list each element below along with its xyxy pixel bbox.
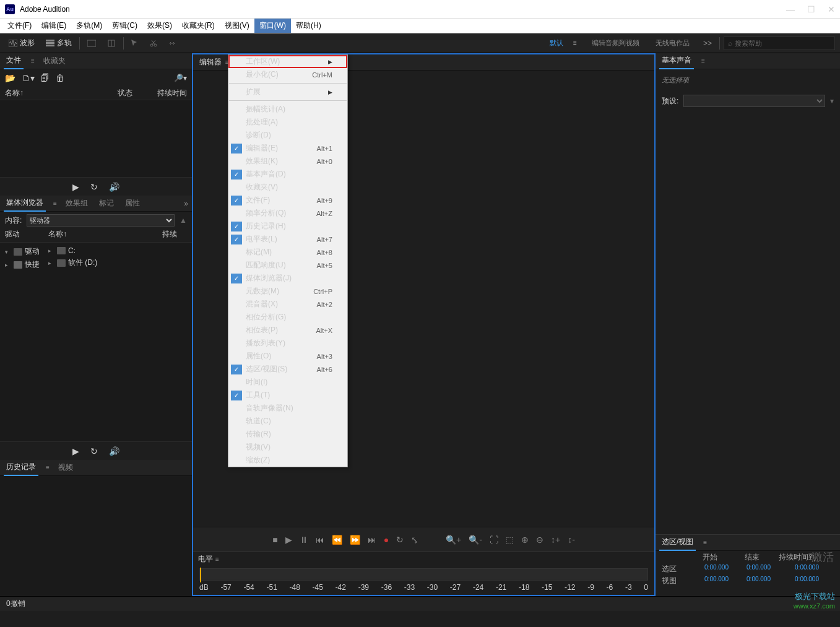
- menu-item-电平表(L)[interactable]: ✓电平表(L)Alt+7: [228, 233, 347, 246]
- content-select[interactable]: 驱动器: [27, 214, 175, 227]
- new-file-icon[interactable]: 🗋▾: [22, 73, 35, 83]
- go-start-button[interactable]: ⏮: [316, 535, 324, 545]
- menu-文件(F)[interactable]: 文件(F): [2, 19, 37, 33]
- overflow-icon[interactable]: »: [184, 199, 188, 208]
- maximize-button[interactable]: ☐: [807, 4, 815, 14]
- menu-item-标记(M)[interactable]: 标记(M)Alt+8: [228, 246, 347, 259]
- menu-item-批处理(A)[interactable]: 批处理(A): [228, 116, 347, 129]
- menu-item-历史记录(H)[interactable]: ✓历史记录(H): [228, 220, 347, 233]
- menu-item-工具(T)[interactable]: ✓工具(T): [228, 389, 347, 402]
- rewind-button[interactable]: ⏪: [332, 535, 342, 545]
- view-dur[interactable]: 0:00.000: [776, 576, 819, 586]
- workspace-radio[interactable]: 无线电作品: [649, 38, 696, 48]
- autoplay-icon[interactable]: 🔊: [109, 182, 119, 192]
- zoom-in-amp-icon[interactable]: ↕+: [551, 535, 560, 545]
- tab-media-browser[interactable]: 媒体浏览器: [4, 195, 46, 212]
- menu-视图(V)[interactable]: 视图(V): [220, 19, 254, 33]
- menu-收藏夹(R)[interactable]: 收藏夹(R): [177, 19, 220, 33]
- tab-essential-sound[interactable]: 基本声音: [659, 53, 694, 69]
- tab-history[interactable]: 历史记录: [4, 459, 38, 476]
- preset-menu-icon[interactable]: ▾: [830, 97, 834, 105]
- tab-video[interactable]: 视频: [56, 460, 76, 475]
- col-name[interactable]: 名称↑: [48, 229, 162, 242]
- loop-icon[interactable]: ↻: [90, 182, 98, 192]
- play-icon[interactable]: ▶: [72, 446, 79, 456]
- search-input[interactable]: [735, 40, 831, 47]
- menu-item-轨道(C)[interactable]: 轨道(C): [228, 415, 347, 428]
- menu-item-视频(V)[interactable]: 视频(V): [228, 441, 347, 454]
- stop-button[interactable]: ■: [272, 535, 277, 545]
- razor-tool[interactable]: [146, 37, 161, 50]
- menu-效果(S)[interactable]: 效果(S): [142, 19, 177, 33]
- menu-多轨(M)[interactable]: 多轨(M): [71, 19, 107, 33]
- menu-item-工作区(W)[interactable]: 工作区(W)▶: [228, 55, 347, 68]
- minimize-button[interactable]: —: [786, 4, 795, 14]
- tree-row-drives[interactable]: ▾驱动: [5, 245, 48, 258]
- tab-markers[interactable]: 标记: [97, 196, 116, 211]
- editor-body[interactable]: 工作区(W)▶最小化(C)Ctrl+M扩展▶振幅统计(A)批处理(A)诊断(D)…: [193, 71, 654, 527]
- forward-button[interactable]: ⏩: [350, 535, 360, 545]
- tab-menu-icon[interactable]: ≡: [215, 556, 219, 563]
- new-multitrack-icon[interactable]: 🗐: [41, 73, 50, 83]
- zoom-out-amp-icon[interactable]: ↕-: [568, 535, 575, 545]
- menu-item-相位表(P)[interactable]: 相位表(P)Alt+X: [228, 324, 347, 337]
- menu-item-属性(O)[interactable]: 属性(O)Alt+3: [228, 350, 347, 363]
- preset-select[interactable]: [683, 95, 825, 107]
- move-tool[interactable]: [128, 37, 142, 50]
- menu-item-选区/视图(S)[interactable]: ✓选区/视图(S)Alt+6: [228, 363, 347, 376]
- tree-row-d[interactable]: ▸软件 (D:): [48, 256, 187, 269]
- sel-dur[interactable]: 0:00.000: [776, 564, 819, 574]
- menu-item-振幅统计(A)[interactable]: 振幅统计(A): [228, 103, 347, 116]
- pause-button[interactable]: ⏸: [300, 535, 308, 545]
- menu-item-元数据(M)[interactable]: 元数据(M)Ctrl+P: [228, 285, 347, 298]
- tab-files[interactable]: 文件: [4, 53, 24, 69]
- menu-item-播放列表(Y)[interactable]: 播放列表(Y): [228, 337, 347, 350]
- menu-item-缩放(Z)[interactable]: 缩放(Z): [228, 454, 347, 467]
- workspace-more[interactable]: >>: [699, 39, 716, 48]
- search-help[interactable]: ⌕: [724, 37, 835, 50]
- menu-item-基本声音(D)[interactable]: ✓基本声音(D): [228, 168, 347, 181]
- loop-button[interactable]: ↻: [396, 535, 404, 545]
- menu-剪辑(C)[interactable]: 剪辑(C): [107, 19, 142, 33]
- zoom-out-point-icon[interactable]: ⊖: [536, 535, 543, 545]
- tool-icon-2[interactable]: [103, 37, 119, 50]
- sel-end[interactable]: 0:00.000: [734, 564, 771, 574]
- zoom-selection-icon[interactable]: ⬚: [506, 535, 514, 545]
- menu-item-相位分析(G)[interactable]: 相位分析(G): [228, 311, 347, 324]
- go-end-button[interactable]: ⏭: [368, 535, 376, 545]
- skip-selection-button[interactable]: ⤣: [411, 535, 418, 545]
- menu-item-最小化(C)[interactable]: 最小化(C)Ctrl+M: [228, 68, 347, 81]
- multitrack-button[interactable]: 多轨: [42, 35, 76, 51]
- play-button[interactable]: ▶: [285, 535, 292, 545]
- workspace-menu-icon[interactable]: ≡: [573, 40, 582, 46]
- menu-item-混音器(X)[interactable]: 混音器(X)Alt+2: [228, 298, 347, 311]
- open-file-icon[interactable]: 📂: [5, 73, 15, 83]
- tab-properties[interactable]: 属性: [123, 196, 142, 211]
- menu-item-诊断(D)[interactable]: 诊断(D): [228, 129, 347, 142]
- tab-menu-icon[interactable]: ≡: [53, 200, 57, 207]
- record-button[interactable]: ●: [384, 535, 389, 545]
- zoom-in-icon[interactable]: 🔍+: [446, 535, 461, 545]
- col-name[interactable]: 名称↑: [5, 88, 93, 98]
- col-duration[interactable]: 持续时间: [157, 88, 187, 98]
- col-status[interactable]: 状态: [118, 88, 132, 98]
- menu-帮助(H)[interactable]: 帮助(H): [291, 19, 326, 33]
- menu-item-扩展[interactable]: 扩展▶: [228, 85, 347, 98]
- menu-item-传输(R)[interactable]: 传输(R): [228, 428, 347, 441]
- tab-menu-icon[interactable]: ≡: [46, 464, 50, 471]
- autoplay-icon[interactable]: 🔊: [109, 446, 119, 456]
- col-duration[interactable]: 持续: [162, 229, 187, 242]
- zoom-in-point-icon[interactable]: ⊕: [521, 535, 529, 545]
- tree-row-c[interactable]: ▸C:: [48, 245, 187, 256]
- menu-item-媒体浏览器(J)[interactable]: ✓媒体浏览器(J): [228, 272, 347, 285]
- slip-tool[interactable]: [165, 37, 180, 50]
- tree-row-shortcuts[interactable]: ▸快捷: [5, 258, 48, 271]
- menu-item-频率分析(Q)[interactable]: 频率分析(Q)Alt+Z: [228, 207, 347, 220]
- tab-menu-icon[interactable]: ≡: [703, 539, 707, 546]
- menu-item-时间(I)[interactable]: 时间(I): [228, 376, 347, 389]
- menu-item-音轨声像器(N)[interactable]: 音轨声像器(N): [228, 402, 347, 415]
- menu-item-文件(F)[interactable]: ✓文件(F)Alt+9: [228, 194, 347, 207]
- waveform-button[interactable]: 波形: [5, 35, 38, 51]
- delete-icon[interactable]: 🗑: [56, 73, 64, 83]
- tab-menu-icon[interactable]: ≡: [701, 58, 705, 64]
